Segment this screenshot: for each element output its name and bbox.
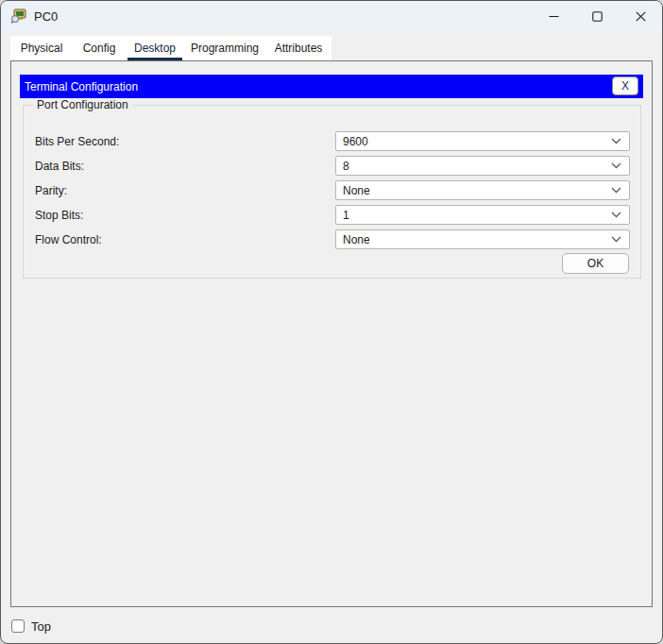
parity-label: Parity: xyxy=(35,184,67,197)
chevron-down-icon xyxy=(611,162,629,169)
close-button[interactable] xyxy=(619,1,662,31)
flow-control-value: None xyxy=(336,233,611,246)
chevron-down-icon xyxy=(611,187,629,194)
bottom-bar: Top xyxy=(1,608,662,644)
top-checkbox[interactable] xyxy=(11,619,25,633)
bits-per-second-value: 9600 xyxy=(336,135,611,148)
tab-attributes[interactable]: Attributes xyxy=(265,36,332,60)
tab-strip: Physical Config Desktop Programming Attr… xyxy=(10,36,332,60)
tab-programming-label: Programming xyxy=(191,42,259,55)
flow-control-label: Flow Control: xyxy=(35,233,102,246)
chevron-down-icon xyxy=(611,212,629,218)
chevron-down-icon xyxy=(611,138,629,144)
close-icon xyxy=(636,11,646,22)
flow-control-select[interactable]: None xyxy=(335,229,630,249)
stop-bits-select[interactable]: 1 xyxy=(335,205,630,225)
maximize-icon xyxy=(592,11,603,22)
tab-physical-label: Physical xyxy=(21,42,63,55)
ok-button[interactable]: OK xyxy=(562,253,629,274)
data-bits-label: Data Bits: xyxy=(35,160,84,173)
device-icon xyxy=(10,8,27,24)
tab-programming[interactable]: Programming xyxy=(184,36,265,60)
parity-value: None xyxy=(336,184,611,197)
maximize-button[interactable] xyxy=(575,1,619,31)
dialog-close-button[interactable]: X xyxy=(612,76,638,95)
data-bits-value: 8 xyxy=(336,160,611,173)
parity-select[interactable]: None xyxy=(335,180,630,200)
title-bar: PC0 xyxy=(1,1,662,31)
terminal-configuration-header: Terminal Configuration X xyxy=(20,75,643,98)
minimize-icon xyxy=(549,11,559,22)
window-title: PC0 xyxy=(34,9,58,24)
tab-config-label: Config xyxy=(83,42,116,55)
chevron-down-icon xyxy=(611,236,629,243)
pc0-window: PC0 Physical Config Desktop Pr xyxy=(0,0,663,644)
data-bits-select[interactable]: 8 xyxy=(335,156,630,176)
bits-per-second-label: Bits Per Second: xyxy=(35,135,119,148)
group-legend: Port Configuration xyxy=(33,98,132,111)
port-configuration-group: Port Configuration Bits Per Second: 9600… xyxy=(23,105,641,279)
desktop-tab-page: Terminal Configuration X Port Configurat… xyxy=(10,60,653,607)
stop-bits-label: Stop Bits: xyxy=(35,209,83,222)
dialog-title: Terminal Configuration xyxy=(25,80,138,93)
tab-config[interactable]: Config xyxy=(73,36,126,60)
tab-desktop[interactable]: Desktop xyxy=(126,36,184,60)
bits-per-second-select[interactable]: 9600 xyxy=(335,131,630,151)
stop-bits-value: 1 xyxy=(336,209,611,222)
minimize-button[interactable] xyxy=(532,1,575,31)
tab-desktop-label: Desktop xyxy=(134,42,176,55)
tab-physical[interactable]: Physical xyxy=(10,36,73,60)
tab-attributes-label: Attributes xyxy=(275,42,323,55)
top-checkbox-label: Top xyxy=(31,619,51,634)
